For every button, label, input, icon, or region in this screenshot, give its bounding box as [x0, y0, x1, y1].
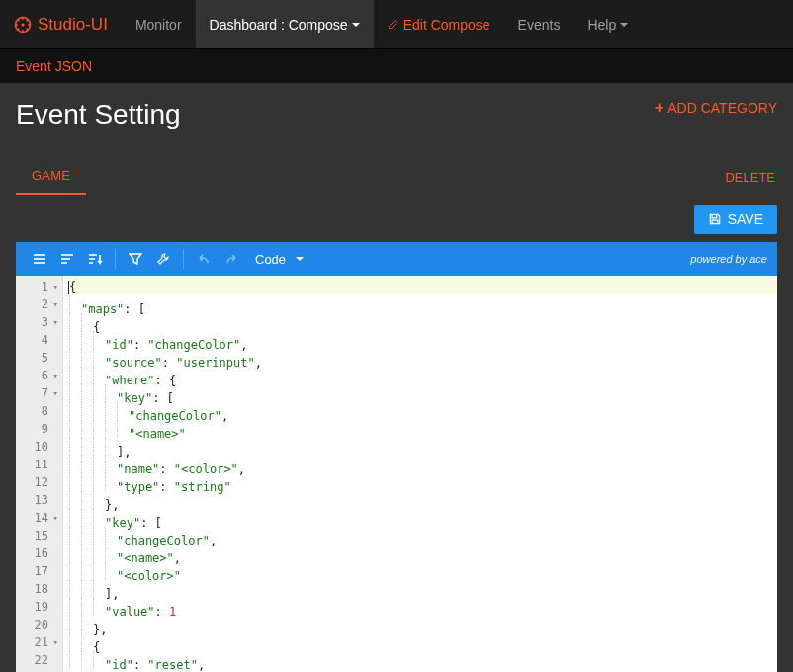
- svg-line-6: [18, 19, 20, 21]
- undo-icon[interactable]: [190, 246, 218, 272]
- page-title: Event Setting: [16, 99, 181, 130]
- add-category-label: ADD CATEGORY: [667, 100, 777, 116]
- subnav-event-json[interactable]: Event JSON: [16, 58, 92, 74]
- fold-toggle-icon[interactable]: ▾: [50, 278, 58, 295]
- svg-line-7: [27, 28, 29, 30]
- editor-mode-label: Code: [255, 252, 286, 267]
- line-number: 13: [24, 491, 58, 509]
- code-content[interactable]: {"maps": [{"id": "changeColor","source":…: [63, 276, 777, 672]
- nav-help[interactable]: Help: [573, 0, 642, 48]
- line-number: 12: [24, 473, 58, 491]
- chevron-down-icon: [352, 23, 360, 27]
- pencil-icon: [388, 19, 398, 30]
- save-button-label: SAVE: [728, 211, 763, 227]
- line-number: 21▾: [24, 633, 58, 651]
- redo-icon[interactable]: [218, 246, 245, 272]
- tab-game[interactable]: GAME: [16, 158, 86, 195]
- powered-by-label: powered by ace: [690, 253, 767, 265]
- code-line[interactable]: "name": "<color>",: [69, 456, 777, 473]
- code-line[interactable]: "id": "reset",: [69, 651, 777, 669]
- line-number: 16: [24, 545, 58, 562]
- delete-category-button[interactable]: DELETE: [723, 160, 777, 195]
- filter-icon[interactable]: [122, 246, 149, 272]
- add-category-button[interactable]: + ADD CATEGORY: [655, 99, 777, 117]
- top-navbar: Studio-UI Monitor Dashboard : Compose Ed…: [0, 0, 793, 49]
- save-icon: [708, 212, 722, 226]
- editor-mode-select[interactable]: Code: [255, 252, 304, 267]
- nav-events[interactable]: Events: [504, 0, 574, 48]
- category-tabs: GAME: [16, 158, 86, 195]
- sort-icon[interactable]: [81, 246, 109, 272]
- fold-toggle-icon[interactable]: ▾: [50, 384, 58, 402]
- code-line[interactable]: "key": [: [69, 509, 777, 527]
- fold-toggle-icon[interactable]: ▾: [50, 367, 58, 384]
- code-line[interactable]: "<name>",: [69, 545, 777, 562]
- code-line[interactable]: "<color>": [69, 562, 777, 580]
- svg-point-1: [22, 23, 25, 26]
- json-editor: Code powered by ace 1▾2▾3▾456▾7▾89101112…: [16, 242, 777, 672]
- line-number: 3▾: [24, 313, 58, 331]
- code-line[interactable]: {: [69, 278, 777, 295]
- fold-toggle-icon[interactable]: ▾: [50, 509, 58, 527]
- line-number: 18: [24, 580, 58, 598]
- chevron-down-icon: [296, 257, 304, 261]
- expand-all-icon[interactable]: [26, 246, 53, 272]
- editor-toolbar: Code powered by ace: [16, 242, 777, 276]
- line-number: 7▾: [24, 384, 58, 402]
- line-number: 2▾: [24, 295, 58, 313]
- toolbar-separator: [115, 249, 116, 269]
- brand-link[interactable]: Studio-UI: [0, 0, 122, 48]
- code-line[interactable]: {: [69, 633, 777, 651]
- nav-edit-compose[interactable]: Edit Compose: [374, 0, 504, 48]
- line-number: 4: [24, 331, 58, 349]
- toolbar-separator: [183, 249, 184, 269]
- line-number: 5: [24, 349, 58, 367]
- svg-line-8: [18, 28, 20, 30]
- line-number: 17: [24, 562, 58, 580]
- line-number: 15: [24, 527, 58, 545]
- code-line[interactable]: {: [69, 313, 777, 331]
- code-line[interactable]: "id": "changeColor",: [69, 331, 777, 349]
- fold-toggle-icon[interactable]: ▾: [50, 633, 58, 651]
- chevron-down-icon: [620, 23, 628, 27]
- repair-icon[interactable]: [149, 246, 177, 272]
- code-editor[interactable]: 1▾2▾3▾456▾7▾891011121314▾15161718192021▾…: [16, 276, 777, 672]
- svg-line-9: [27, 19, 29, 21]
- breadcrumb-subnav: Event JSON: [0, 49, 793, 83]
- nav-dashboard-compose[interactable]: Dashboard : Compose: [196, 0, 374, 48]
- code-line[interactable]: "value": 1: [69, 598, 777, 616]
- line-number: 19: [24, 598, 58, 616]
- line-number: 8: [24, 402, 58, 420]
- fold-toggle-icon[interactable]: ▾: [50, 313, 58, 331]
- code-line[interactable]: "maps": [: [69, 295, 777, 313]
- line-number: 9: [24, 420, 58, 438]
- page-body: Event Setting + ADD CATEGORY GAME DELETE…: [0, 83, 793, 672]
- fold-toggle-icon[interactable]: ▾: [50, 295, 58, 313]
- line-number: 11: [24, 456, 58, 473]
- code-line[interactable]: "changeColor",: [69, 402, 777, 420]
- save-button[interactable]: SAVE: [694, 205, 777, 234]
- line-number-gutter: 1▾2▾3▾456▾7▾891011121314▾15161718192021▾…: [16, 276, 63, 672]
- brand-text: Studio-UI: [38, 15, 108, 35]
- nav-monitor[interactable]: Monitor: [122, 0, 196, 48]
- code-line[interactable]: "<name>": [69, 420, 777, 438]
- code-line[interactable]: "changeColor",: [69, 527, 777, 545]
- line-number: 14▾: [24, 509, 58, 527]
- line-number: 20: [24, 616, 58, 633]
- code-line[interactable]: "source": "userinput",: [69, 349, 777, 367]
- line-number: 1▾: [24, 278, 58, 295]
- code-line[interactable]: "where": {: [69, 367, 777, 384]
- collapse-all-icon[interactable]: [53, 246, 81, 272]
- line-number: 10: [24, 438, 58, 456]
- brand-logo-icon: [14, 16, 32, 34]
- line-number: 22: [24, 651, 58, 669]
- plus-icon: +: [655, 99, 663, 117]
- code-line[interactable]: "type": "string": [69, 473, 777, 491]
- line-number: 6▾: [24, 367, 58, 384]
